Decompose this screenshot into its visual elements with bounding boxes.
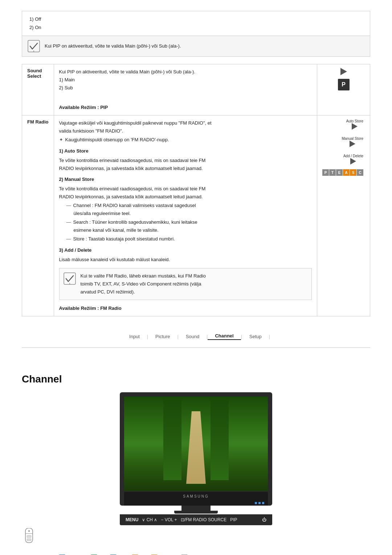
pteasc-a: A [343, 169, 350, 176]
fm-note-text3: arvatud PC, DVI režiimid). [81, 288, 206, 296]
fm-section2-text1: Te võite kontrollida erinevaid raadiosag… [59, 185, 312, 193]
add-delete-label: Add / Delete [343, 154, 363, 158]
fm-radio-label-text: FM Radio [27, 119, 49, 125]
auto-store-play-icon [352, 123, 358, 130]
fm-intro2: valida funktsioon "FM RADIO". [59, 127, 312, 135]
menu-item-radio: ⊡/FM RADIO SOURCE [181, 517, 227, 522]
pteasc-p: P [322, 169, 329, 176]
nav-channel[interactable]: Channel [208, 333, 241, 340]
dash-sym-search: — [66, 218, 71, 226]
fm-available: Available Režiim : FM Radio [59, 304, 312, 312]
fm-store-text: Store : Taastab kasutaja poolt sisestatu… [73, 235, 175, 243]
pteasc-e: E [336, 169, 343, 176]
menu-item-vol: − VOL + [161, 517, 177, 522]
remote-control-icon [22, 528, 36, 547]
tv-ctrl-dot-3 [262, 502, 264, 504]
fm-search-text: Search : Tüüner kontrollib sagedusvahemi… [73, 218, 197, 226]
add-delete-icon-group: Add / Delete [343, 154, 363, 166]
fm-radio-icons: Auto Store Manual Store Add / Delete P T [317, 116, 370, 316]
fm-section2-text2: RADIO levipiirkonnas, ja salvestada kõik… [59, 193, 312, 201]
manual-store-label: Manual Store [342, 137, 363, 141]
checkmark-icon-2 [63, 272, 76, 285]
pteasc-c: C [357, 169, 363, 176]
auto-store-icon-group: Auto Store [346, 119, 363, 131]
svg-point-6 [28, 530, 30, 532]
fm-section2-title: 2) Manual Store [59, 175, 312, 183]
channel-title: Channel [22, 373, 370, 385]
sound-label-line1: Sound [27, 68, 42, 73]
auto-store-label: Auto Store [346, 119, 363, 123]
menu-item-pip: PIP [230, 517, 237, 522]
tv-base [174, 511, 218, 514]
fm-note-text1: Kui te valite FM Radio, läheb ekraan mus… [81, 272, 206, 280]
nav-input[interactable]: Input [122, 334, 147, 339]
nav-divider-5: | [269, 334, 270, 339]
fm-note-content: Kui te valite FM Radio, läheb ekraan mus… [81, 272, 206, 296]
manual-store-icon-group: Manual Store [342, 137, 363, 148]
power-icon: ⏻ [262, 517, 266, 522]
dash-sym-channel: — [66, 202, 71, 210]
main-content-table: Sound Select Kui PIP on aktiveeritud, võ… [22, 64, 370, 316]
fm-channel-dash: — Channel : FM RADIO kanali valimiseks v… [66, 202, 312, 210]
off-on-text: 1) Off 2) On [29, 15, 363, 32]
tv-ctrl-dot-2 [258, 502, 261, 504]
tv-wrapper: SAMSUNG MENU ∨ CH ∧ − VOL + ⊡/FM RADIO S… [22, 392, 370, 547]
nav-bar: Input | Picture | Sound | Channel | Setu… [22, 327, 370, 348]
sound-select-icons: P [317, 64, 370, 115]
manual-store-play-icon [350, 141, 355, 147]
fm-radio-content: Vajutage esiküljel või kaugjuhtimispuldi… [54, 116, 317, 316]
fm-arrow-item: ✦ Kaugjuhtimispuldi otsenupp on 'FM RADI… [59, 136, 312, 144]
play-icon-1 [340, 68, 347, 75]
fm-ules-text: üles/alla reguleerimise teel. [74, 210, 312, 218]
fm-intro-arrow: Kaugjuhtimispuldi otsenupp on 'FM RADIO'… [65, 136, 169, 144]
fm-note-box: Kui te valite FM Radio, läheb ekraan mus… [59, 268, 312, 300]
pteasc-t: T [329, 169, 336, 176]
fm-radio-row: FM Radio Vajutage esiküljel või kaugjuht… [22, 116, 370, 316]
dash-sym-store: — [66, 235, 71, 243]
tv-controls-bar [124, 501, 268, 506]
sound-select-row: Sound Select Kui PIP on aktiveeritud, võ… [22, 64, 370, 115]
channel-section: Channel SAMSUNG [0, 370, 392, 555]
fm-radio-label: FM Radio [22, 116, 54, 316]
tv-ctrl-dot-1 [255, 502, 257, 504]
sound-item1: 1) Main [59, 76, 312, 84]
tv-outer: SAMSUNG [120, 392, 272, 506]
off-label: 1) Off [29, 15, 363, 23]
svg-rect-8 [27, 539, 31, 541]
arrow-sym-1: ✦ [59, 136, 63, 144]
svg-rect-7 [27, 535, 31, 538]
tv-menu-bar: MENU ∨ CH ∧ − VOL + ⊡/FM RADIO SOURCE PI… [120, 514, 272, 525]
tv-brand-bar: SAMSUNG [124, 492, 268, 501]
tv-brand-text: SAMSUNG [183, 494, 209, 498]
nav-sound[interactable]: Sound [179, 334, 207, 339]
fm-section1-text2: RADIO levipiirkonnas, ja salvestada kõik… [59, 165, 312, 173]
p-badge-icon: P [338, 79, 350, 90]
fm-intro1: Vajutage esiküljel või kaugjuhtimispuldi… [59, 119, 312, 127]
note-text: Kui PIP on aktiveeritud, võite te valida… [45, 43, 181, 49]
fm-section1-text1: Te võite kontrollida erinevaid raadiosag… [59, 157, 312, 165]
add-delete-play-icon [350, 158, 356, 165]
nav-setup[interactable]: Setup [242, 334, 269, 339]
checkmark-icon [27, 40, 40, 53]
fm-note-text2: toimib TV, EXT, AV, S-Video või Componen… [81, 280, 206, 288]
fm-icon-btn-row: Auto Store Manual Store Add / Delete P T [322, 119, 365, 176]
pteasc-row: P T E A S C [322, 169, 363, 176]
fm-section1-title: 1) Auto Store [59, 147, 312, 155]
tv-screen [124, 397, 268, 491]
fm-section3-text: Lisab mälusse kanaleid või kustutab mälu… [59, 256, 312, 264]
sound-available: Available Režiim : PIP [59, 104, 312, 112]
top-table: 1) Off 2) On Kui PIP on aktiveeritud, võ… [22, 11, 370, 57]
fm-esimene-text: esimene kanal või kanal, mille te valisi… [74, 226, 312, 234]
tv-stand [181, 506, 211, 511]
menu-item-menu: MENU [126, 517, 138, 522]
fm-channel-text: Channel : FM RADIO kanali valimiseks vas… [73, 202, 196, 210]
nav-picture[interactable]: Picture [148, 334, 177, 339]
fm-section3-title: 3) Add / Delete [59, 246, 312, 254]
sound-content-line1: Kui PIP on aktiveeritud, võite te valida… [59, 68, 312, 76]
fm-search-dash: — Search : Tüüner kontrollib sagedusvahe… [66, 218, 312, 226]
sound-select-content: Kui PIP on aktiveeritud, võite te valida… [54, 64, 317, 115]
sound-label-line2: Select [27, 73, 41, 79]
sound-item2: 2) Sub [59, 84, 312, 92]
on-label: 2) On [29, 23, 363, 32]
sound-select-label: Sound Select [22, 64, 54, 115]
